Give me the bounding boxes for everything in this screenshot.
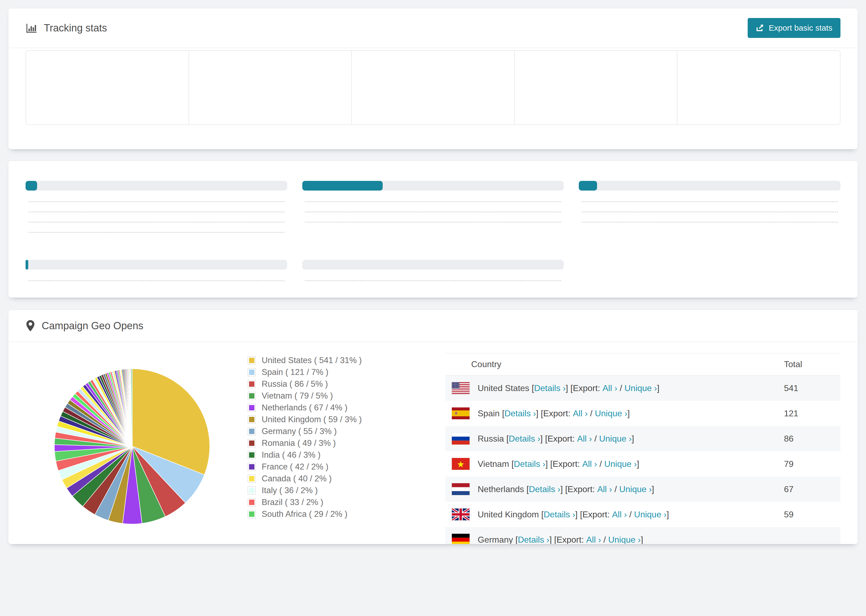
legend-swatch [248, 498, 256, 506]
stat-box-bounces [677, 51, 840, 124]
rate-row [25, 201, 287, 204]
rate-panel-opens-rate [302, 173, 564, 235]
export-unique-link[interactable]: Unique › [619, 484, 652, 494]
legend-swatch [248, 427, 256, 435]
rates-grid [25, 173, 841, 284]
legend-item-vietnam: Vietnam ( 79 / 5% ) [248, 390, 377, 402]
details-link[interactable]: Details › [529, 484, 560, 494]
legend-label: Germany ( 55 / 3% ) [262, 426, 337, 436]
stat-box-clicks [189, 51, 352, 124]
rate-row [579, 212, 841, 215]
export-unique-link[interactable]: Unique › [595, 409, 627, 418]
legend-item-united-states: United States ( 541 / 31% ) [248, 355, 377, 366]
country-name: Spain [478, 409, 502, 418]
progress-bar [579, 181, 841, 190]
map-pin-icon [25, 319, 35, 332]
details-link[interactable]: Details › [514, 459, 545, 469]
export-all-link[interactable]: All › [586, 535, 601, 545]
legend-swatch [248, 451, 256, 459]
details-link[interactable]: Details › [518, 535, 549, 545]
rates-card [8, 161, 858, 298]
legend-label: Brazil ( 33 / 2% ) [262, 498, 323, 507]
rate-row [579, 222, 841, 225]
table-row-gb: United Kingdom [Details ›] [Export: All … [446, 502, 841, 527]
rate-row [302, 222, 564, 225]
progress-bar [302, 260, 564, 270]
progress-bar [25, 181, 287, 190]
legend-swatch [248, 415, 256, 424]
flag-de-icon [452, 534, 469, 544]
export-all-link[interactable]: All › [573, 409, 587, 418]
dotted-leader [581, 201, 838, 202]
dotted-leader [28, 201, 285, 202]
dotted-leader [28, 280, 285, 281]
flag-us-icon [452, 382, 469, 394]
export-all-link[interactable]: All › [597, 484, 612, 494]
export-unique-link[interactable]: Unique › [604, 459, 637, 469]
export-basic-stats-button[interactable]: Export basic stats [748, 18, 841, 38]
legend-item-netherlands: Netherlands ( 67 / 4% ) [248, 402, 377, 413]
country-total: 86 [784, 434, 841, 444]
legend-label: Canada ( 40 / 2% ) [262, 474, 332, 484]
dotted-leader [305, 280, 561, 281]
geo-title: Campaign Geo Opens [42, 320, 143, 332]
geo-title-wrap: Campaign Geo Opens [25, 319, 143, 332]
table-row-us: United States [Details ›] [Export: All ›… [446, 376, 841, 401]
country-total: 59 [784, 509, 841, 520]
campaign-geo-opens-card: Campaign Geo Opens United States ( 541 /… [8, 310, 858, 544]
table-row-es: Spain [Details ›] [Export: All › / Uniqu… [446, 401, 841, 426]
rate-row [25, 280, 287, 284]
tracking-stats-card: Tracking stats Export basic stats [8, 8, 858, 149]
legend-item-russia: Russia ( 86 / 5% ) [248, 378, 377, 390]
dotted-leader [305, 222, 561, 223]
details-link[interactable]: Details › [543, 509, 575, 520]
progress-bar-fill [25, 260, 28, 270]
pie-slice-other [132, 369, 132, 446]
legend-item-germany: Germany ( 55 / 3% ) [248, 426, 377, 437]
pie-chart-svg [51, 366, 213, 527]
legend-label: Russia ( 86 / 5% ) [262, 379, 328, 389]
legend-swatch [248, 380, 256, 388]
table-row-ru: Russia [Details ›] [Export: All › / Uniq… [446, 426, 841, 451]
rate-row [302, 280, 564, 284]
geo-header: Campaign Geo Opens [8, 310, 858, 342]
export-all-link[interactable]: All › [577, 434, 592, 444]
country-total: 79 [784, 459, 841, 469]
export-unique-link[interactable]: Unique › [599, 434, 632, 444]
legend-label: Netherlands ( 67 / 4% ) [262, 403, 348, 413]
country-total: 121 [784, 409, 841, 418]
export-unique-link[interactable]: Unique › [608, 535, 641, 545]
export-unique-link[interactable]: Unique › [625, 383, 657, 393]
legend-swatch [248, 392, 256, 400]
table-row-nl: Netherlands [Details ›] [Export: All › /… [446, 476, 841, 502]
dotted-leader [28, 232, 285, 233]
progress-bar-fill [579, 181, 597, 190]
geo-table-header: Country Total [446, 353, 841, 376]
details-link[interactable]: Details › [534, 383, 565, 393]
legend-item-romania: Romania ( 49 / 3% ) [248, 437, 377, 449]
details-link[interactable]: Details › [509, 434, 540, 444]
export-unique-link[interactable]: Unique › [634, 509, 667, 520]
table-row-de: Germany [Details ›] [Export: All › / Uni… [446, 527, 841, 544]
rate-panel-bounce-rate [579, 173, 841, 235]
rate-panel-complaints-rate [302, 252, 564, 284]
legend-label: France ( 42 / 2% ) [262, 462, 328, 472]
rate-row [579, 201, 841, 204]
details-link[interactable]: Details › [505, 409, 536, 418]
export-all-link[interactable]: All › [612, 509, 627, 520]
stat-box-unsubscribes [352, 51, 515, 124]
flag-ru-icon [452, 433, 469, 445]
stats-strip [25, 50, 841, 125]
legend-item-canada: Canada ( 40 / 2% ) [248, 473, 377, 485]
legend-label: United States ( 541 / 31% ) [262, 355, 362, 365]
flag-vn-icon [452, 458, 469, 470]
dashboard-page: Tracking stats Export basic stats [0, 0, 866, 616]
progress-bar-fill [302, 181, 383, 190]
export-icon [756, 24, 764, 32]
export-all-link[interactable]: All › [582, 459, 597, 469]
rate-row [25, 212, 287, 215]
legend-item-brazil: Brazil ( 33 / 2% ) [248, 497, 377, 508]
rate-row [302, 201, 564, 204]
export-all-link[interactable]: All › [602, 383, 617, 393]
country-name: United Kingdom [478, 509, 542, 520]
